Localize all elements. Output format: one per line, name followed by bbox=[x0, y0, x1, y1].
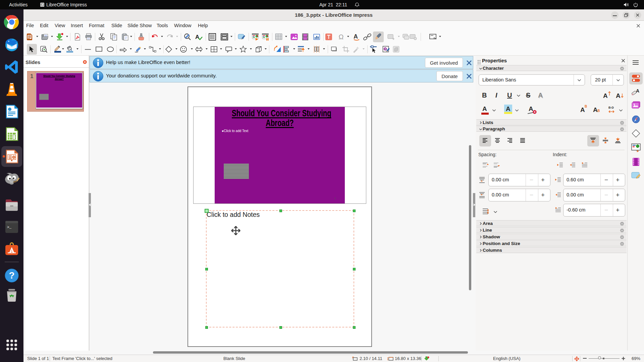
svg-text:A: A bbox=[354, 33, 358, 40]
svg-text:>_: >_ bbox=[7, 225, 12, 229]
svg-text:?: ? bbox=[9, 270, 14, 281]
svg-text:Ω: Ω bbox=[339, 33, 344, 41]
svg-text:A: A bbox=[636, 88, 639, 94]
svg-text:A: A bbox=[195, 34, 199, 40]
